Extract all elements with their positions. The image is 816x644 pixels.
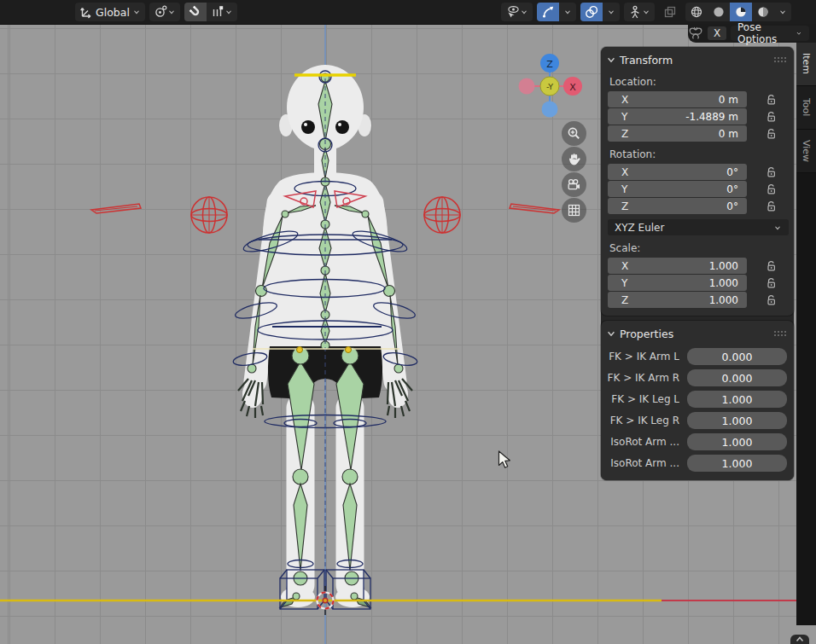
unlock-icon: [766, 200, 778, 212]
rotation-x-field[interactable]: X 0°: [608, 164, 747, 180]
viewport-header: Global: [0, 0, 816, 25]
magnet-icon: [189, 5, 202, 19]
panel-collapse-chevron-icon: [606, 55, 616, 65]
snap-settings-dropdown[interactable]: [207, 3, 237, 21]
panel-drag-handle[interactable]: [773, 330, 787, 337]
overlays-dropdown[interactable]: [603, 3, 620, 21]
lock-rotation-x[interactable]: [766, 166, 778, 178]
location-label: Location:: [609, 76, 789, 88]
drag-dots-icon: [773, 56, 787, 63]
isorot-arm-1-slider[interactable]: 1.000: [687, 433, 787, 450]
fk-ik-leg-l-slider[interactable]: 1.000: [687, 391, 787, 408]
armature-figure-icon: [628, 5, 642, 19]
sidebar: Transform Location: X 0 m: [601, 47, 794, 480]
pivot-point-icon: [154, 5, 167, 19]
unlock-icon: [766, 94, 778, 106]
lock-location-y[interactable]: [766, 111, 778, 123]
shading-solid-button[interactable]: [708, 3, 730, 21]
camera-view-button[interactable]: [562, 172, 586, 197]
shading-dropdown[interactable]: [774, 3, 791, 21]
toggle-projection-button[interactable]: [562, 198, 586, 223]
lock-location-z[interactable]: [766, 128, 778, 140]
lock-rotation-y[interactable]: [766, 183, 778, 195]
collapsed-panel-arrow[interactable]: [790, 635, 809, 644]
unlock-icon: [766, 166, 778, 178]
lock-scale-z[interactable]: [766, 294, 778, 306]
isorot-arm-2-slider[interactable]: 1.000: [687, 455, 787, 472]
location-z-field[interactable]: Z 0 m: [608, 125, 747, 142]
right-eye: [335, 120, 349, 134]
rendered-sphere-icon: [756, 5, 770, 19]
chevron-down-icon: [132, 8, 141, 16]
scale-x-field[interactable]: X 1.000: [608, 258, 747, 274]
pivot-point-dropdown[interactable]: [149, 3, 180, 21]
hand-icon: [567, 152, 581, 166]
fk-ik-leg-r-slider[interactable]: 1.000: [687, 412, 787, 429]
unlock-icon: [766, 277, 778, 289]
move-view-button[interactable]: [562, 147, 586, 171]
panel-title: Transform: [620, 54, 673, 67]
rotation-z-field[interactable]: Z 0°: [608, 198, 747, 214]
gizmos-dropdown[interactable]: [559, 3, 576, 21]
transform-panel: Transform Location: X 0 m: [601, 47, 794, 316]
lock-scale-y[interactable]: [766, 277, 778, 289]
pose-display-dropdown[interactable]: [624, 3, 655, 21]
rotation-mode-dropdown[interactable]: XYZ Euler: [608, 219, 789, 235]
chevron-down-icon: [224, 8, 233, 16]
panel-title: Properties: [620, 328, 673, 340]
tab-view[interactable]: View: [796, 130, 816, 173]
solid-sphere-icon: [712, 5, 726, 19]
chevron-up-icon: [796, 636, 804, 642]
chevron-down-icon: [773, 223, 782, 232]
lock-rotation-z[interactable]: [766, 200, 778, 212]
properties-panel: Properties FK > IK Arm L 0.000 FK > IK A…: [601, 321, 794, 480]
camera-icon: [567, 177, 581, 192]
location-y-field[interactable]: Y -1.4889 m: [608, 108, 747, 125]
tool-settings-bar: X Pose Options: [688, 24, 816, 43]
tab-tool[interactable]: Tool: [796, 86, 816, 130]
mirror-x-button[interactable]: X: [708, 26, 726, 40]
show-gizmos-toggle[interactable]: [537, 3, 559, 21]
chevron-down-icon: [607, 8, 615, 16]
pose-options-dropdown[interactable]: Pose Options: [731, 26, 809, 41]
chevron-down-icon: [778, 8, 787, 16]
butterfly-mirror-icon: [688, 26, 703, 40]
panel-collapse-chevron-icon: [606, 328, 616, 339]
pose-options-label: Pose Options: [737, 21, 790, 45]
unlock-icon: [766, 294, 778, 306]
orientation-global-icon: [79, 5, 93, 19]
chevron-down-icon: [520, 8, 528, 16]
properties-panel-header[interactable]: Properties: [606, 324, 789, 343]
x-axis-mirror-toggle[interactable]: [688, 26, 703, 40]
fk-ik-arm-r-slider[interactable]: 0.000: [687, 369, 787, 386]
snap-increment-icon: [211, 5, 224, 19]
snap-magnet-toggle[interactable]: [184, 3, 207, 21]
transform-orientation-dropdown[interactable]: Global: [75, 3, 145, 21]
shading-wireframe-button[interactable]: [685, 3, 708, 21]
gizmo-neg-x-ball[interactable]: [519, 78, 535, 95]
gizmo-neg-z-ball[interactable]: [542, 102, 558, 118]
chevron-down-icon: [167, 8, 176, 16]
transform-panel-header[interactable]: Transform: [606, 50, 789, 69]
show-overlays-toggle[interactable]: [580, 3, 603, 21]
shading-rendered-button[interactable]: [752, 3, 774, 21]
lock-location-x[interactable]: [766, 94, 778, 106]
sidebar-tab-strip: Item Tool View: [796, 43, 816, 625]
rotation-label: Rotation:: [609, 148, 789, 160]
location-x-field[interactable]: X 0 m: [608, 91, 747, 107]
scale-y-field[interactable]: Y 1.000: [608, 275, 747, 291]
xray-icon: [663, 5, 677, 19]
toggle-xray-button[interactable]: [659, 3, 681, 21]
ik-sphere-left: [191, 197, 227, 233]
lock-scale-x[interactable]: [766, 260, 778, 272]
panel-drag-handle[interactable]: [773, 56, 787, 63]
mouse-cursor: [498, 450, 513, 469]
navigation-gizmo[interactable]: Z X -Y: [516, 52, 584, 120]
rotation-y-field[interactable]: Y 0°: [608, 181, 747, 197]
object-visibility-dropdown[interactable]: [501, 3, 533, 21]
tab-item[interactable]: Item: [796, 43, 816, 86]
shading-material-button[interactable]: [730, 3, 752, 21]
zoom-button[interactable]: [562, 121, 586, 146]
fk-ik-arm-l-slider[interactable]: 0.000: [687, 348, 787, 365]
scale-z-field[interactable]: Z 1.000: [608, 292, 747, 308]
